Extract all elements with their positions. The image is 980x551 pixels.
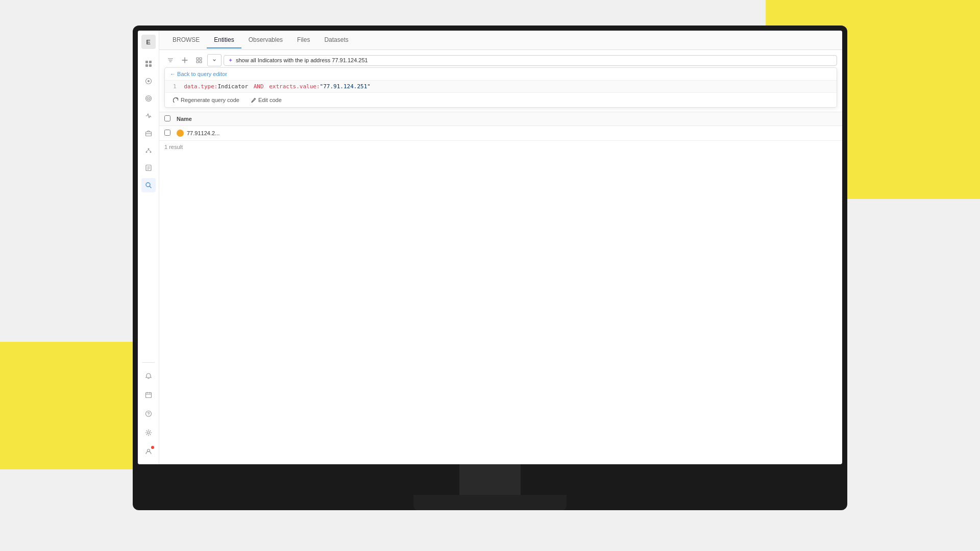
- add-button[interactable]: [179, 54, 191, 66]
- ai-search-icon: ✦: [228, 57, 233, 64]
- svg-line-21: [150, 186, 151, 188]
- svg-rect-37: [197, 61, 199, 63]
- monitor-outer: E: [133, 26, 847, 510]
- sidebar-icon-calendar[interactable]: [141, 388, 156, 402]
- main-area: BROWSE Entities Observables Files Datase…: [159, 31, 842, 464]
- svg-rect-36: [200, 58, 202, 60]
- header-checkbox[interactable]: [164, 114, 177, 123]
- svg-rect-2: [145, 64, 148, 67]
- svg-rect-1: [149, 61, 152, 63]
- screen-content: E: [138, 31, 842, 464]
- monitor-stand-base: [413, 495, 567, 510]
- svg-rect-38: [200, 61, 202, 63]
- svg-point-13: [150, 152, 151, 153]
- svg-rect-22: [145, 393, 151, 398]
- svg-line-15: [149, 150, 151, 152]
- table-header-row: Name: [159, 112, 842, 126]
- regenerate-query-button[interactable]: Regenerate query code: [170, 95, 242, 105]
- tab-bar: BROWSE Entities Observables Files Datase…: [159, 31, 842, 50]
- table-row[interactable]: 77.91124.2...: [159, 126, 842, 141]
- view-button[interactable]: [193, 54, 205, 66]
- svg-rect-0: [145, 61, 148, 63]
- svg-point-5: [148, 80, 150, 82]
- monitor-stand-neck: [459, 464, 521, 495]
- sidebar-icon-dashboard[interactable]: [141, 57, 156, 71]
- column-header-name: Name: [177, 116, 837, 122]
- sidebar-icon-help[interactable]: [141, 407, 156, 421]
- row-select-checkbox[interactable]: [164, 130, 170, 136]
- filter-button[interactable]: [164, 54, 177, 66]
- query-code-line: 1 data.type:Indicator AND extracts.value…: [165, 81, 837, 93]
- tab-entities[interactable]: Entities: [207, 32, 241, 48]
- sidebar: E: [138, 31, 159, 464]
- search-input-wrapper[interactable]: ✦: [224, 55, 837, 66]
- query-string-value: "77.91.124.251": [320, 83, 371, 90]
- sidebar-icon-network[interactable]: [141, 143, 156, 158]
- svg-point-28: [148, 432, 150, 434]
- select-all-checkbox[interactable]: [164, 115, 170, 121]
- svg-point-8: [148, 98, 149, 99]
- view-dropdown-button[interactable]: [207, 54, 222, 66]
- svg-point-11: [148, 148, 149, 150]
- svg-rect-35: [197, 58, 199, 60]
- search-input[interactable]: [236, 57, 832, 63]
- tab-observables[interactable]: Observables: [241, 32, 290, 48]
- search-bar-area: ✦ ← Back to query editor 1 data.type:Ind…: [159, 50, 842, 112]
- tab-browse[interactable]: BROWSE: [165, 32, 207, 48]
- monitor-screen-bezel: E: [138, 31, 842, 464]
- sidebar-icon-user[interactable]: [141, 444, 156, 459]
- app-logo[interactable]: E: [141, 35, 156, 49]
- regenerate-label: Regenerate query code: [181, 97, 239, 103]
- result-count: 1 result: [159, 141, 842, 153]
- sidebar-bottom: [141, 359, 156, 460]
- query-actions-bar: Regenerate query code Edit code: [165, 93, 837, 107]
- row-name-text: 77.91124.2...: [187, 130, 219, 136]
- tab-files[interactable]: Files: [290, 32, 317, 48]
- svg-point-27: [148, 415, 149, 415]
- query-line-number: 1: [173, 83, 177, 90]
- back-to-query-editor-button[interactable]: ← Back to query editor: [165, 68, 837, 81]
- row-indicator-dot: [177, 130, 184, 137]
- sidebar-icon-explore[interactable]: [141, 74, 156, 88]
- row-checkbox[interactable]: [164, 129, 177, 138]
- sidebar-icon-activity[interactable]: [141, 109, 156, 123]
- sidebar-icon-target[interactable]: [141, 91, 156, 106]
- search-bar-row: ✦: [164, 54, 837, 66]
- tab-datasets[interactable]: Datasets: [317, 32, 355, 48]
- sidebar-icon-settings[interactable]: [141, 425, 156, 440]
- edit-code-button[interactable]: Edit code: [248, 95, 285, 105]
- sidebar-icon-briefcase[interactable]: [141, 126, 156, 140]
- sidebar-icon-search[interactable]: [141, 178, 156, 192]
- edit-code-label: Edit code: [258, 97, 282, 103]
- sidebar-icon-reports[interactable]: [141, 161, 156, 175]
- query-and-keyword: AND: [254, 83, 264, 90]
- svg-rect-3: [149, 64, 152, 67]
- sidebar-icon-notifications[interactable]: [141, 369, 156, 383]
- query-dropdown-panel: ← Back to query editor 1 data.type:Indic…: [164, 67, 837, 108]
- table-area: Name 77.91124.2... 1 result: [159, 112, 842, 464]
- query-field: extracts.value:: [269, 83, 320, 90]
- user-notification-dot: [151, 446, 154, 449]
- sidebar-divider-1: [142, 362, 155, 363]
- svg-point-12: [145, 152, 147, 153]
- query-type-keyword: data.type:: [184, 83, 217, 90]
- query-type-value: Indicator: [217, 83, 248, 90]
- svg-line-14: [146, 150, 149, 152]
